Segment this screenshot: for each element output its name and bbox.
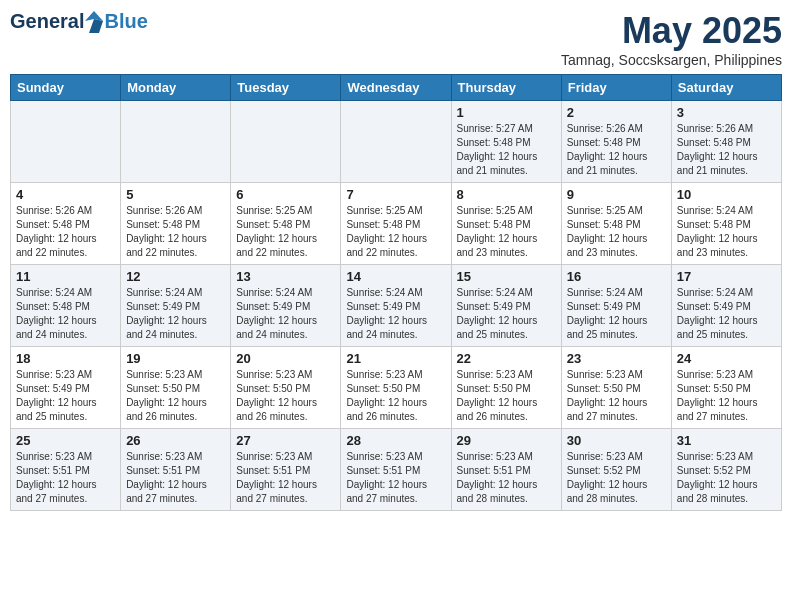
day-info: Sunrise: 5:24 AM Sunset: 5:49 PM Dayligh…	[236, 286, 335, 342]
day-number: 24	[677, 351, 776, 366]
calendar-day-cell: 7Sunrise: 5:25 AM Sunset: 5:48 PM Daylig…	[341, 183, 451, 265]
calendar-empty-cell	[11, 101, 121, 183]
day-number: 21	[346, 351, 445, 366]
day-number: 13	[236, 269, 335, 284]
calendar-day-cell: 24Sunrise: 5:23 AM Sunset: 5:50 PM Dayli…	[671, 347, 781, 429]
calendar-day-cell: 1Sunrise: 5:27 AM Sunset: 5:48 PM Daylig…	[451, 101, 561, 183]
calendar-day-cell: 16Sunrise: 5:24 AM Sunset: 5:49 PM Dayli…	[561, 265, 671, 347]
calendar-day-cell: 31Sunrise: 5:23 AM Sunset: 5:52 PM Dayli…	[671, 429, 781, 511]
calendar-day-cell: 15Sunrise: 5:24 AM Sunset: 5:49 PM Dayli…	[451, 265, 561, 347]
day-info: Sunrise: 5:26 AM Sunset: 5:48 PM Dayligh…	[677, 122, 776, 178]
weekday-header-cell: Friday	[561, 75, 671, 101]
weekday-header-cell: Saturday	[671, 75, 781, 101]
calendar-day-cell: 17Sunrise: 5:24 AM Sunset: 5:49 PM Dayli…	[671, 265, 781, 347]
day-info: Sunrise: 5:23 AM Sunset: 5:50 PM Dayligh…	[457, 368, 556, 424]
calendar-day-cell: 26Sunrise: 5:23 AM Sunset: 5:51 PM Dayli…	[121, 429, 231, 511]
day-info: Sunrise: 5:26 AM Sunset: 5:48 PM Dayligh…	[16, 204, 115, 260]
logo: General Blue	[10, 10, 148, 33]
day-info: Sunrise: 5:24 AM Sunset: 5:49 PM Dayligh…	[677, 286, 776, 342]
day-info: Sunrise: 5:24 AM Sunset: 5:48 PM Dayligh…	[677, 204, 776, 260]
calendar-week-row: 1Sunrise: 5:27 AM Sunset: 5:48 PM Daylig…	[11, 101, 782, 183]
calendar-day-cell: 14Sunrise: 5:24 AM Sunset: 5:49 PM Dayli…	[341, 265, 451, 347]
day-info: Sunrise: 5:23 AM Sunset: 5:51 PM Dayligh…	[126, 450, 225, 506]
day-info: Sunrise: 5:25 AM Sunset: 5:48 PM Dayligh…	[346, 204, 445, 260]
day-info: Sunrise: 5:24 AM Sunset: 5:49 PM Dayligh…	[457, 286, 556, 342]
day-info: Sunrise: 5:24 AM Sunset: 5:49 PM Dayligh…	[346, 286, 445, 342]
day-number: 5	[126, 187, 225, 202]
day-number: 8	[457, 187, 556, 202]
calendar-day-cell: 19Sunrise: 5:23 AM Sunset: 5:50 PM Dayli…	[121, 347, 231, 429]
day-number: 30	[567, 433, 666, 448]
day-info: Sunrise: 5:23 AM Sunset: 5:50 PM Dayligh…	[677, 368, 776, 424]
day-number: 4	[16, 187, 115, 202]
calendar-day-cell: 6Sunrise: 5:25 AM Sunset: 5:48 PM Daylig…	[231, 183, 341, 265]
day-number: 10	[677, 187, 776, 202]
day-number: 14	[346, 269, 445, 284]
calendar-day-cell: 21Sunrise: 5:23 AM Sunset: 5:50 PM Dayli…	[341, 347, 451, 429]
day-info: Sunrise: 5:25 AM Sunset: 5:48 PM Dayligh…	[236, 204, 335, 260]
day-info: Sunrise: 5:23 AM Sunset: 5:50 PM Dayligh…	[236, 368, 335, 424]
weekday-header-cell: Wednesday	[341, 75, 451, 101]
day-info: Sunrise: 5:27 AM Sunset: 5:48 PM Dayligh…	[457, 122, 556, 178]
calendar-empty-cell	[231, 101, 341, 183]
day-info: Sunrise: 5:23 AM Sunset: 5:51 PM Dayligh…	[346, 450, 445, 506]
day-number: 28	[346, 433, 445, 448]
day-info: Sunrise: 5:23 AM Sunset: 5:50 PM Dayligh…	[567, 368, 666, 424]
title-area: May 2025 Tamnag, Soccsksargen, Philippin…	[561, 10, 782, 68]
day-info: Sunrise: 5:23 AM Sunset: 5:52 PM Dayligh…	[677, 450, 776, 506]
weekday-header-cell: Thursday	[451, 75, 561, 101]
day-number: 23	[567, 351, 666, 366]
month-title: May 2025	[561, 10, 782, 52]
day-number: 31	[677, 433, 776, 448]
calendar-day-cell: 4Sunrise: 5:26 AM Sunset: 5:48 PM Daylig…	[11, 183, 121, 265]
day-info: Sunrise: 5:23 AM Sunset: 5:49 PM Dayligh…	[16, 368, 115, 424]
calendar-week-row: 11Sunrise: 5:24 AM Sunset: 5:48 PM Dayli…	[11, 265, 782, 347]
calendar-day-cell: 30Sunrise: 5:23 AM Sunset: 5:52 PM Dayli…	[561, 429, 671, 511]
calendar-day-cell: 13Sunrise: 5:24 AM Sunset: 5:49 PM Dayli…	[231, 265, 341, 347]
weekday-header-cell: Sunday	[11, 75, 121, 101]
calendar-week-row: 4Sunrise: 5:26 AM Sunset: 5:48 PM Daylig…	[11, 183, 782, 265]
day-info: Sunrise: 5:26 AM Sunset: 5:48 PM Dayligh…	[567, 122, 666, 178]
day-info: Sunrise: 5:23 AM Sunset: 5:50 PM Dayligh…	[126, 368, 225, 424]
calendar-day-cell: 29Sunrise: 5:23 AM Sunset: 5:51 PM Dayli…	[451, 429, 561, 511]
day-number: 25	[16, 433, 115, 448]
day-number: 22	[457, 351, 556, 366]
weekday-header-row: SundayMondayTuesdayWednesdayThursdayFrid…	[11, 75, 782, 101]
day-info: Sunrise: 5:23 AM Sunset: 5:52 PM Dayligh…	[567, 450, 666, 506]
logo-blue-text: Blue	[104, 10, 147, 33]
logo-general-text: General	[10, 10, 84, 33]
day-number: 12	[126, 269, 225, 284]
day-number: 27	[236, 433, 335, 448]
calendar-day-cell: 22Sunrise: 5:23 AM Sunset: 5:50 PM Dayli…	[451, 347, 561, 429]
day-number: 19	[126, 351, 225, 366]
day-number: 29	[457, 433, 556, 448]
day-number: 1	[457, 105, 556, 120]
day-info: Sunrise: 5:23 AM Sunset: 5:51 PM Dayligh…	[236, 450, 335, 506]
day-info: Sunrise: 5:25 AM Sunset: 5:48 PM Dayligh…	[457, 204, 556, 260]
day-number: 17	[677, 269, 776, 284]
calendar-week-row: 18Sunrise: 5:23 AM Sunset: 5:49 PM Dayli…	[11, 347, 782, 429]
logo-icon	[85, 11, 103, 33]
calendar-day-cell: 12Sunrise: 5:24 AM Sunset: 5:49 PM Dayli…	[121, 265, 231, 347]
day-number: 16	[567, 269, 666, 284]
day-info: Sunrise: 5:24 AM Sunset: 5:49 PM Dayligh…	[126, 286, 225, 342]
day-info: Sunrise: 5:24 AM Sunset: 5:49 PM Dayligh…	[567, 286, 666, 342]
calendar-table: SundayMondayTuesdayWednesdayThursdayFrid…	[10, 74, 782, 511]
calendar-day-cell: 11Sunrise: 5:24 AM Sunset: 5:48 PM Dayli…	[11, 265, 121, 347]
svg-marker-1	[89, 19, 103, 33]
calendar-body: 1Sunrise: 5:27 AM Sunset: 5:48 PM Daylig…	[11, 101, 782, 511]
calendar-day-cell: 25Sunrise: 5:23 AM Sunset: 5:51 PM Dayli…	[11, 429, 121, 511]
day-number: 15	[457, 269, 556, 284]
weekday-header-cell: Monday	[121, 75, 231, 101]
location-title: Tamnag, Soccsksargen, Philippines	[561, 52, 782, 68]
day-info: Sunrise: 5:26 AM Sunset: 5:48 PM Dayligh…	[126, 204, 225, 260]
calendar-empty-cell	[121, 101, 231, 183]
day-number: 7	[346, 187, 445, 202]
day-info: Sunrise: 5:25 AM Sunset: 5:48 PM Dayligh…	[567, 204, 666, 260]
day-info: Sunrise: 5:24 AM Sunset: 5:48 PM Dayligh…	[16, 286, 115, 342]
day-number: 6	[236, 187, 335, 202]
day-info: Sunrise: 5:23 AM Sunset: 5:50 PM Dayligh…	[346, 368, 445, 424]
weekday-header-cell: Tuesday	[231, 75, 341, 101]
day-number: 3	[677, 105, 776, 120]
day-number: 20	[236, 351, 335, 366]
